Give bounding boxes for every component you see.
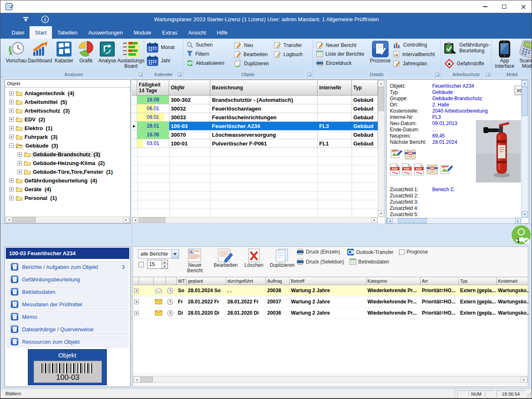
app-interface-button[interactable]: App Interface — [495, 40, 514, 69]
scroll-thumb[interactable] — [522, 87, 528, 116]
col-durchgefuehrt[interactable]: durchgeführt — [226, 277, 266, 285]
dialog-launcher-icon[interactable] — [486, 73, 490, 76]
close-button[interactable] — [514, 0, 532, 13]
reports-hscrollbar[interactable]: ◂ ▸ — [133, 376, 528, 383]
pdf-icon[interactable]: PDF — [402, 163, 412, 175]
collapse-icon[interactable] — [9, 143, 14, 148]
kataster-button[interactable]: Kataster — [53, 40, 75, 64]
pdf-icon[interactable]: PDF — [390, 163, 400, 175]
col-kostenart[interactable]: Kostenart — [497, 277, 529, 285]
scroll-down-icon[interactable]: ▾ — [522, 211, 528, 217]
col-betreff[interactable]: Betreff — [290, 277, 366, 285]
expand-icon[interactable] — [9, 126, 14, 131]
expand-icon[interactable] — [9, 178, 14, 183]
scroll-thumb[interactable] — [378, 87, 384, 111]
tab-start[interactable]: Start — [30, 26, 52, 39]
jahr-button[interactable]: Jahr — [147, 55, 170, 66]
due-table-hscrollbar[interactable]: ◂ ▸ — [132, 217, 378, 223]
tab-module[interactable]: Module — [128, 26, 157, 39]
tab-auswertungen[interactable]: Auswertungen — [83, 26, 128, 39]
edit-report-button[interactable]: Bearbeiten — [210, 248, 241, 268]
prozesse-button[interactable]: Prozesse — [369, 40, 392, 64]
expand-icon[interactable] — [17, 152, 22, 157]
scroll-left-icon[interactable]: ◂ — [387, 218, 393, 223]
scroll-thumb[interactable] — [139, 217, 165, 223]
gefaehrdungsbeurteilung-button[interactable]: Gefährdungs-Beurteilung — [443, 42, 490, 54]
col-typ[interactable]: Typ — [459, 277, 497, 285]
tree-item-gebaeude-heizung-klima[interactable]: Gebäude-Heizung-Klima(2) — [17, 159, 105, 167]
col-kategorie[interactable]: Kategorie — [366, 277, 421, 285]
expand-icon[interactable] — [9, 196, 14, 200]
scroll-right-icon[interactable]: ▸ — [515, 218, 521, 223]
column-internenr[interactable]: InterneNr — [318, 80, 352, 96]
expand-icon[interactable] — [134, 300, 139, 304]
column-objnr[interactable]: ObjNr — [169, 80, 210, 96]
expand-icon[interactable] — [17, 161, 22, 165]
tree-item-arbeitsschutz[interactable]: Arbeitsschutz(3) — [9, 106, 70, 115]
tree-item-gebaeude-tuere-tore-fenster[interactable]: Gebäude-Türe,Tore,Fenster(1) — [17, 167, 113, 176]
analyse-button[interactable]: Analyse — [97, 40, 118, 64]
column-faelligkeit[interactable]: Fälligkeit14 Tage — [137, 80, 169, 96]
tab-datei[interactable]: Datei — [6, 26, 30, 39]
report-filter-select[interactable]: alle Berichte — [138, 249, 179, 259]
report-row[interactable]: Di 28.01.2020 Di 28.01.2020 Di 20036 War… — [133, 308, 528, 319]
betriebsdaten-button[interactable]: Betriebsdaten — [350, 259, 389, 265]
report-row[interactable]: Fr 28.01.2022 Fr 28.01.2022 Fr 20037 War… — [133, 296, 528, 308]
table-row-selected[interactable]: ▶ 28.01 100-03 Feuerlöscher A234 FL3 Geb… — [132, 122, 378, 131]
dialog-launcher-icon[interactable] — [178, 73, 182, 76]
scroll-thumb[interactable] — [12, 217, 36, 222]
neu-button[interactable]: Neu — [234, 42, 253, 49]
grafik-button[interactable]: Grafik — [76, 40, 96, 64]
outlook-transfer-button[interactable]: Outlook-Transfer — [347, 249, 394, 256]
image-edit-icon[interactable] — [441, 164, 453, 175]
column-bezeichnung[interactable]: Bezeichnung — [210, 80, 318, 96]
pdf-icon[interactable]: PDF — [414, 163, 424, 175]
new-report-button[interactable]: A Neuer Bericht — [182, 248, 208, 273]
table-row[interactable]: 06.01 30032 Feuerlöschanlagen Gebäud — [132, 104, 378, 113]
image-edit-icon[interactable] — [391, 148, 402, 160]
scroll-right-icon[interactable]: ▸ — [521, 377, 527, 382]
column-typ[interactable]: Typ — [352, 80, 378, 96]
tab-tabellen[interactable]: Tabellen — [52, 26, 83, 39]
einzeldruck-button[interactable]: Einzeldruck — [316, 60, 352, 66]
expand-icon[interactable] — [9, 187, 14, 192]
duplizieren-button[interactable]: Duplizieren — [234, 60, 269, 67]
tab-hilfe[interactable]: Hilfe — [212, 26, 233, 39]
dialog-launcher-icon[interactable] — [308, 73, 311, 76]
col-geplant[interactable]: geplant — [187, 277, 226, 285]
dialog-launcher-icon[interactable] — [436, 73, 439, 76]
scroll-left-icon[interactable]: ◂ — [132, 217, 138, 223]
col-wt[interactable]: WT — [177, 277, 187, 285]
maximize-button[interactable] — [495, 0, 513, 13]
print-single-button[interactable]: Druck (Einzeln) — [297, 249, 340, 255]
scanner-modul-button[interactable]: Scanner Modul — [517, 40, 532, 69]
scroll-up-icon[interactable]: ▴ — [378, 80, 384, 86]
expand-icon[interactable] — [134, 311, 139, 315]
tree-item-gebaeude[interactable]: Gebäude(3) — [9, 141, 58, 150]
delete-report-button[interactable]: Löschen — [242, 248, 266, 268]
prognose-checkbox[interactable] — [399, 249, 404, 255]
expand-icon[interactable] — [9, 117, 14, 122]
tab-ansicht[interactable]: Ansicht — [183, 26, 212, 39]
expand-icon[interactable] — [9, 100, 14, 104]
link-gefaehrdungsbeurteilung[interactable]: Gefährdungsbeurteilung — [7, 273, 128, 285]
link-memo[interactable]: Memo — [7, 311, 128, 323]
link-dateianhaenge[interactable]: Dateianhänge / Querverweise — [7, 323, 128, 335]
link-berichte-aufgaben[interactable]: Berichte / Aufgaben zum Objekt 3 — [7, 261, 128, 273]
spinner-up-icon[interactable]: ▲ — [161, 260, 167, 264]
expand-icon[interactable] — [9, 108, 14, 113]
expand-icon[interactable] — [17, 170, 22, 174]
scroll-right-icon[interactable]: ▸ — [371, 217, 377, 223]
scroll-left-icon[interactable]: ◂ — [133, 377, 140, 382]
package-icon[interactable] — [404, 148, 416, 160]
liste-der-berichte-button[interactable]: Liste der Berichte — [316, 51, 364, 57]
dialog-launcher-icon[interactable] — [139, 73, 143, 76]
monat-button[interactable]: Monat — [147, 42, 175, 53]
table-row[interactable]: 18.06 30070 Löschwasserversorgung Gebäud — [132, 131, 378, 139]
table-row[interactable]: 18.09 300-302 Brandschutztür - (Automati… — [132, 96, 378, 104]
suchen-button[interactable]: Suchen — [187, 42, 213, 48]
resize-grip-icon[interactable] — [526, 392, 531, 397]
tree-item-personal[interactable]: Personal(1) — [9, 194, 57, 202]
table-row[interactable]: 09.01 30033 Feuerlöscheinrichtungen Gebä… — [132, 113, 378, 122]
filtern-button[interactable]: Filtern — [187, 51, 209, 57]
